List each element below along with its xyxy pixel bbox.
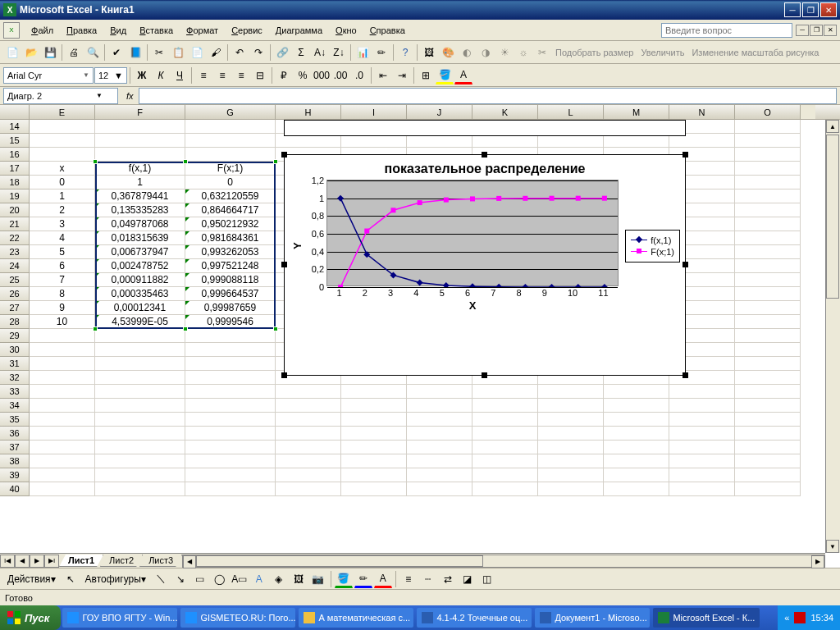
cell-O29[interactable] <box>735 329 801 343</box>
cell-G34[interactable] <box>185 399 276 413</box>
cell-O33[interactable] <box>735 385 801 399</box>
wordart-button[interactable]: A <box>250 570 268 588</box>
help-search-input[interactable] <box>661 23 792 38</box>
cell-I34[interactable] <box>341 399 407 413</box>
row-header-20[interactable]: 20 <box>0 203 30 217</box>
font-size-combo[interactable]: 12▼ <box>94 67 127 84</box>
cell-E28[interactable]: 10 <box>30 315 95 329</box>
pic-bright-down-button[interactable]: ☼ <box>514 43 532 62</box>
cell-F37[interactable] <box>95 441 185 454</box>
cell-O38[interactable] <box>735 454 801 468</box>
chart-title[interactable]: показательное распределение <box>285 162 685 176</box>
cell-E33[interactable] <box>30 385 95 399</box>
taskbar-item[interactable]: А математическая с... <box>299 608 413 628</box>
cell-G24[interactable]: 0,997521248 <box>185 259 276 273</box>
legend-item[interactable]: F(x;1) <box>631 247 674 257</box>
cell-K33[interactable] <box>472 385 538 399</box>
chart-plot-area[interactable]: 00,20,40,60,811,2 <box>326 180 619 286</box>
cell-E23[interactable]: 5 <box>30 245 95 259</box>
textbox-button[interactable]: A▭ <box>231 570 249 588</box>
cell-O23[interactable] <box>735 245 801 259</box>
col-header-J[interactable]: J <box>407 105 472 119</box>
cell-O22[interactable] <box>735 231 801 245</box>
cell-J40[interactable] <box>407 482 472 496</box>
cell-I33[interactable] <box>341 385 407 399</box>
align-left-button[interactable]: ≡ <box>194 66 212 84</box>
cell-G18[interactable]: 0 <box>185 176 276 189</box>
pic-contrast-down-button[interactable]: ◑ <box>477 43 495 62</box>
vscroll-thumb[interactable] <box>826 135 839 299</box>
cell-F22[interactable]: 0,018315639 <box>95 231 185 245</box>
selection-handle[interactable] <box>183 326 188 331</box>
cell-G36[interactable] <box>185 427 276 441</box>
legend-item[interactable]: f(x,1) <box>631 235 674 245</box>
cell-E39[interactable] <box>30 468 95 482</box>
cell-F32[interactable] <box>95 371 185 385</box>
row-header-24[interactable]: 24 <box>0 259 30 273</box>
arrow-button[interactable]: ↘ <box>171 570 189 588</box>
cell-O16[interactable] <box>735 148 801 162</box>
font-color-draw-button[interactable]: A <box>374 570 392 588</box>
row-header-31[interactable]: 31 <box>0 357 30 371</box>
scroll-right-button[interactable]: ▶ <box>811 555 824 568</box>
line-color-button[interactable]: ✏ <box>354 570 372 588</box>
cell-G14[interactable] <box>185 120 276 134</box>
col-header-I[interactable]: I <box>341 105 407 119</box>
pic-color-button[interactable]: 🎨 <box>439 43 457 62</box>
cell-N36[interactable] <box>669 427 735 441</box>
cell-M33[interactable] <box>604 385 669 399</box>
arrow-style-button[interactable]: ⇄ <box>439 570 457 588</box>
cell-J38[interactable] <box>407 454 472 468</box>
cell-O20[interactable] <box>735 203 801 217</box>
cell-G23[interactable]: 0,993262053 <box>185 245 276 259</box>
menu-Вставка[interactable]: Вставка <box>133 23 180 38</box>
workbook-icon[interactable]: X <box>3 22 20 39</box>
cell-G35[interactable] <box>185 413 276 427</box>
cell-F24[interactable]: 0,002478752 <box>95 259 185 273</box>
cell-K39[interactable] <box>472 468 538 482</box>
cell-E19[interactable]: 1 <box>30 189 95 203</box>
cell-E21[interactable]: 3 <box>30 217 95 231</box>
pic-insert-button[interactable]: 🖼 <box>420 43 438 62</box>
cell-J37[interactable] <box>407 441 472 454</box>
cell-F34[interactable] <box>95 399 185 413</box>
selection-handle[interactable] <box>273 159 278 164</box>
line-button[interactable]: ＼ <box>152 570 170 588</box>
worksheet-grid[interactable]: EFGHIJKLMNO 14151617xf(x,1)F(x;1)1801019… <box>0 105 840 568</box>
copy-button[interactable]: 📋 <box>169 43 187 62</box>
cell-N33[interactable] <box>669 385 735 399</box>
tray-chevron-icon[interactable]: « <box>784 613 789 623</box>
cell-O30[interactable] <box>735 343 801 357</box>
cell-E40[interactable] <box>30 482 95 496</box>
tab-next-button[interactable]: ▶ <box>30 555 44 568</box>
scroll-up-button[interactable]: ▲ <box>826 120 839 133</box>
pic-scale-label[interactable]: Изменение масштаба рисунка <box>688 48 822 57</box>
chart-resize-handle[interactable] <box>281 262 287 267</box>
taskbar-item[interactable]: 4.1-4.2 Точечные оц... <box>417 608 532 628</box>
autosum-button[interactable]: Σ <box>292 43 310 62</box>
cell-J39[interactable] <box>407 468 472 482</box>
cell-F35[interactable] <box>95 413 185 427</box>
col-header-K[interactable]: K <box>472 105 538 119</box>
diagram-button[interactable]: ◈ <box>270 570 288 588</box>
cell-E18[interactable]: 0 <box>30 176 95 189</box>
doc-restore-button[interactable]: ❐ <box>810 25 823 36</box>
row-header-22[interactable]: 22 <box>0 231 30 245</box>
cell-F23[interactable]: 0,006737947 <box>95 245 185 259</box>
redo-button[interactable]: ↷ <box>249 43 267 62</box>
cell-F38[interactable] <box>95 454 185 468</box>
cell-K36[interactable] <box>472 427 538 441</box>
row-header-23[interactable]: 23 <box>0 245 30 259</box>
col-header-L[interactable]: L <box>538 105 604 119</box>
menu-Вид[interactable]: Вид <box>103 23 133 38</box>
paste-button[interactable]: 📄 <box>188 43 206 62</box>
oval-button[interactable]: ◯ <box>211 570 229 588</box>
comma-button[interactable]: 000 <box>313 66 331 84</box>
cell-M39[interactable] <box>604 468 669 482</box>
row-header-16[interactable]: 16 <box>0 148 30 162</box>
cell-J36[interactable] <box>407 427 472 441</box>
clipart-button[interactable]: 🖼 <box>290 570 308 588</box>
col-header-M[interactable]: M <box>604 105 669 119</box>
cell-E16[interactable] <box>30 148 95 162</box>
row-header-26[interactable]: 26 <box>0 287 30 301</box>
